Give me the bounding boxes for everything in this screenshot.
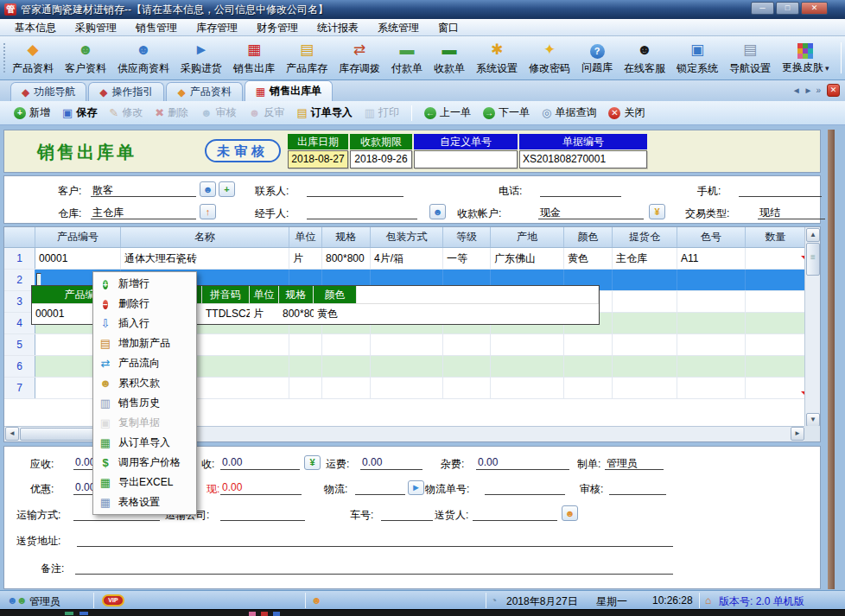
tab-product-data[interactable]: ◆产品资料 [166, 82, 242, 101]
menu-item-delete-row[interactable]: −删除行 [93, 294, 196, 314]
tab-close-button[interactable]: ✕ [827, 84, 840, 97]
menu-sales[interactable]: 销售管理 [126, 19, 187, 36]
cash-pick-button[interactable]: ¥ [304, 455, 321, 470]
tab-scroll-left-icon[interactable]: ◄ [792, 86, 801, 95]
next-bill-button[interactable]: →下一单 [483, 105, 530, 120]
logistics-no-value[interactable] [485, 481, 565, 495]
custom-bill-no-value[interactable] [414, 150, 518, 168]
transport-company-value[interactable] [220, 507, 305, 521]
customer-value[interactable]: 散客 [91, 183, 196, 197]
menu-item-accumulated-debt[interactable]: ☻累积欠款 [93, 373, 196, 393]
scroll-right-icon[interactable]: ► [791, 427, 804, 441]
toolbar-sales-out[interactable]: ▦销售出库 [233, 41, 275, 76]
vertical-scrollbar[interactable]: ▲ ▼ [804, 227, 820, 428]
toolbar-change-skin[interactable]: 更换皮肤▾ [782, 41, 829, 75]
menu-item-insert-row[interactable]: ⇩插入行 [93, 314, 196, 333]
tab-more-icon[interactable]: » [816, 86, 821, 95]
trade-type-value[interactable]: 现结 [758, 206, 825, 219]
toolbar-change-password[interactable]: ✦修改密码 [529, 41, 570, 76]
prev-bill-button[interactable]: ←上一单 [424, 105, 471, 120]
maximize-button[interactable]: □ [776, 2, 799, 15]
close-form-button[interactable]: ✕关闭 [608, 105, 645, 120]
toolbar-stock-transfer[interactable]: ⇄库存调拨 [339, 41, 380, 76]
order-import-button[interactable]: ▤订单导入 [296, 105, 352, 120]
menu-item-add-row[interactable]: +新增行 [93, 274, 196, 294]
handler-value[interactable] [307, 206, 417, 219]
toolbar-customer-data[interactable]: ☻客户资料 [65, 41, 106, 76]
menu-finance[interactable]: 财务管理 [247, 19, 308, 36]
menu-purchase[interactable]: 采购管理 [66, 19, 126, 36]
mobile-value[interactable] [739, 183, 822, 197]
freight-value[interactable]: 0.00 [360, 456, 422, 470]
tab-function-nav[interactable]: ◆功能导航 [10, 82, 86, 101]
save-button[interactable]: ▣保存 [62, 105, 97, 120]
menu-system[interactable]: 系统管理 [368, 19, 429, 36]
menu-item-export-excel[interactable]: ▦导出EXCEL [93, 473, 196, 492]
menu-item-customer-price[interactable]: $调用客户价格 [93, 453, 196, 473]
received-value[interactable]: 0.00 [220, 456, 300, 470]
toolbar-receipt-bill[interactable]: ▬收款单 [434, 41, 465, 76]
toolbar-purchase-in[interactable]: ►采购进货 [181, 41, 222, 76]
scroll-up-icon[interactable]: ▲ [806, 228, 820, 242]
scroll-left-icon[interactable]: ◄ [5, 427, 19, 441]
payment-deadline-value[interactable]: 2018-09-26 [350, 150, 412, 168]
vehicle-no-value[interactable] [381, 507, 433, 521]
deliverer-value[interactable] [473, 507, 557, 521]
minimize-button[interactable]: ─ [751, 2, 774, 15]
logistics-no-label: 物流单号: [425, 482, 469, 497]
toolbar-lock-system[interactable]: ▣锁定系统 [677, 41, 718, 76]
tab-operation-guide[interactable]: ◆操作指引 [88, 82, 164, 101]
vertical-scroll-thumb[interactable] [806, 243, 820, 276]
toolbar-product-stock[interactable]: ▤产品库存 [286, 41, 327, 76]
customer-add-button[interactable]: + [219, 181, 235, 197]
close-button[interactable]: ✕ [801, 2, 828, 15]
toolbar-question-bank[interactable]: ?问题库 [581, 41, 613, 75]
tab-sales-outbound[interactable]: ▦销售出库单 [245, 80, 333, 101]
bill-query-button[interactable]: ◎单据查询 [542, 105, 596, 120]
menu-basic-info[interactable]: 基本信息 [5, 19, 66, 36]
menu-reports[interactable]: 统计报表 [308, 19, 368, 36]
toolbar-supplier-data[interactable]: ☻供应商资料 [118, 41, 169, 76]
menu-item-import-order[interactable]: ▦从订单导入 [93, 433, 196, 453]
menu-item-grid-settings[interactable]: ▦表格设置 [93, 492, 196, 512]
phone-value[interactable] [540, 183, 621, 197]
toolbar-nav-settings[interactable]: ▤导航设置 [729, 41, 771, 76]
logistics-value[interactable] [355, 481, 405, 495]
new-button[interactable]: +新增 [14, 105, 50, 120]
warehouse-value[interactable]: 主仓库 [91, 206, 196, 219]
menu-item-copy-bill[interactable]: ▣复制单据 [93, 413, 196, 433]
account-value[interactable]: 现金 [538, 206, 644, 219]
menu-item-product-flow[interactable]: ⇄产品流向 [93, 353, 196, 373]
unaudit-button[interactable]: ☻反审 [249, 105, 285, 120]
handler-label: 经手人: [255, 206, 289, 221]
menu-window[interactable]: 窗口 [429, 19, 468, 36]
customer-search-button[interactable]: ☻ [200, 181, 216, 197]
toolbar-system-settings[interactable]: ✱系统设置 [476, 41, 518, 76]
bill-no-value[interactable]: XS201808270001 [519, 150, 647, 168]
toolbar-payment-bill[interactable]: ▬付款单 [391, 41, 422, 76]
menu-item-sales-history[interactable]: ▥销售历史 [93, 393, 196, 413]
grid-row-1[interactable]: 1 00001 通体大理石瓷砖 片 800*800 4片/箱 一等 广东佛山 黄… [4, 248, 806, 270]
toolbar-online-service[interactable]: ☻在线客服 [624, 41, 665, 76]
logistics-pick-button[interactable]: ► [408, 480, 424, 495]
audit-button[interactable]: ☻审核 [200, 105, 237, 120]
pencil-icon: ✎ [109, 106, 118, 119]
menu-item-add-product[interactable]: ▤增加新产品 [93, 333, 196, 353]
modify-button[interactable]: ✎修改 [109, 105, 143, 120]
misc-fee-value[interactable]: 0.00 [476, 456, 569, 470]
tab-scroll-right-icon[interactable]: ► [804, 86, 813, 95]
warehouse-select-button[interactable]: ↑ [200, 204, 216, 219]
toolbar-product-data[interactable]: ◆产品资料 [12, 41, 54, 76]
menu-inventory[interactable]: 库存管理 [187, 19, 247, 36]
account-select-button[interactable]: ¥ [649, 204, 665, 219]
popup-col-spec: 规格 [279, 286, 314, 303]
outbound-date-value[interactable]: 2018-08-27 [288, 150, 348, 168]
delete-button[interactable]: ✖删除 [155, 105, 188, 120]
deliverer-select-button[interactable]: ☻ [562, 505, 578, 521]
remark-value[interactable] [75, 561, 673, 575]
contact-value[interactable] [307, 183, 403, 197]
scroll-down-icon[interactable]: ▼ [806, 413, 820, 427]
print-button[interactable]: ▥打印 [365, 105, 399, 120]
handler-select-button[interactable]: ☻ [429, 204, 446, 219]
address-value[interactable] [77, 533, 673, 547]
